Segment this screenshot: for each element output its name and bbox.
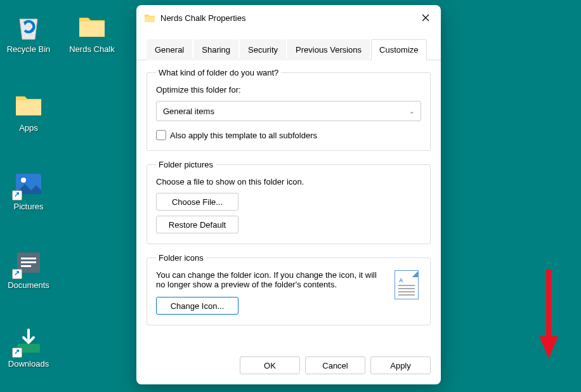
choose-file-button[interactable]: Choose File... xyxy=(156,193,238,211)
recycle-bin-icon xyxy=(13,11,44,42)
tab-previous-versions[interactable]: Previous Versions xyxy=(287,39,370,60)
folder-icon xyxy=(13,90,44,121)
restore-default-button[interactable]: Restore Default xyxy=(156,216,238,233)
cancel-button[interactable]: Cancel xyxy=(305,356,365,374)
desktop-icon-apps[interactable]: Apps xyxy=(0,90,57,133)
folder-kind-section: What kind of folder do you want? Optimiz… xyxy=(147,68,431,151)
folder-pictures-text: Choose a file to show on this folder ico… xyxy=(156,177,421,186)
desktop-icon-nerds-chalk[interactable]: Nerds Chalk xyxy=(63,11,121,54)
chevron-down-icon: ⌄ xyxy=(409,108,414,115)
desktop-icon-pictures[interactable]: Pictures xyxy=(0,169,57,211)
desktop-icon-downloads[interactable]: Downloads xyxy=(0,326,57,369)
titlebar: Nerds Chalk Properties xyxy=(136,5,441,30)
annotation-arrow xyxy=(536,266,561,362)
folder-kind-legend: What kind of folder do you want? xyxy=(156,68,281,77)
desktop-icon-label: Nerds Chalk xyxy=(63,44,121,54)
svg-rect-6 xyxy=(21,261,36,263)
pictures-icon xyxy=(13,169,44,199)
folder-icons-text: You can change the folder icon. If you c… xyxy=(156,270,395,289)
desktop-icon-label: Documents xyxy=(0,280,57,290)
document-preview-icon: A xyxy=(395,270,419,299)
desktop-icon-label: Downloads xyxy=(0,359,57,369)
folder-pictures-section: Folder pictures Choose a file to show on… xyxy=(147,160,431,244)
tab-general[interactable]: General xyxy=(147,39,192,60)
tab-customize[interactable]: Customize xyxy=(371,39,426,60)
svg-rect-7 xyxy=(21,265,31,267)
folder-icon xyxy=(144,13,155,23)
tab-sharing[interactable]: Sharing xyxy=(193,39,238,60)
optimize-label: Optimize this folder for: xyxy=(156,85,421,95)
desktop-icon-recycle-bin[interactable]: Recycle Bin xyxy=(0,11,57,54)
svg-point-3 xyxy=(21,178,26,183)
optimize-dropdown[interactable]: General items ⌄ xyxy=(156,101,421,121)
shortcut-arrow-icon xyxy=(12,348,22,358)
dialog-button-row: OK Cancel Apply xyxy=(136,349,441,384)
desktop-icon-label: Pictures xyxy=(0,202,57,211)
change-icon-button[interactable]: Change Icon... xyxy=(156,297,238,315)
dialog-title: Nerds Chalk Properties xyxy=(160,13,418,23)
desktop-icon-label: Recycle Bin xyxy=(0,44,57,54)
documents-icon xyxy=(13,247,44,278)
folder-pictures-legend: Folder pictures xyxy=(156,160,216,169)
downloads-icon xyxy=(13,326,44,356)
close-icon xyxy=(422,14,429,22)
folder-icons-section: Folder icons You can change the folder i… xyxy=(147,253,431,325)
desktop-icon-documents[interactable]: Documents xyxy=(0,247,57,290)
svg-rect-5 xyxy=(21,258,36,259)
tabs: General Sharing Security Previous Versio… xyxy=(136,39,441,60)
tab-security[interactable]: Security xyxy=(240,39,286,60)
ok-button[interactable]: OK xyxy=(240,356,300,374)
svg-marker-10 xyxy=(539,336,558,358)
folder-icon xyxy=(77,11,107,42)
folder-icons-legend: Folder icons xyxy=(156,253,206,263)
dropdown-value: General items xyxy=(163,107,214,116)
shortcut-arrow-icon xyxy=(12,190,22,200)
dialog-content: What kind of folder do you want? Optimiz… xyxy=(136,60,441,349)
properties-dialog: Nerds Chalk Properties General Sharing S… xyxy=(136,5,441,384)
desktop-icon-label: Apps xyxy=(0,123,57,133)
shortcut-arrow-icon xyxy=(12,269,22,279)
close-button[interactable] xyxy=(418,10,433,25)
apply-subfolders-label: Also apply this template to all subfolde… xyxy=(170,131,317,140)
apply-subfolders-row: Also apply this template to all subfolde… xyxy=(156,130,421,140)
apply-button[interactable]: Apply xyxy=(370,356,431,374)
apply-subfolders-checkbox[interactable] xyxy=(156,130,166,140)
